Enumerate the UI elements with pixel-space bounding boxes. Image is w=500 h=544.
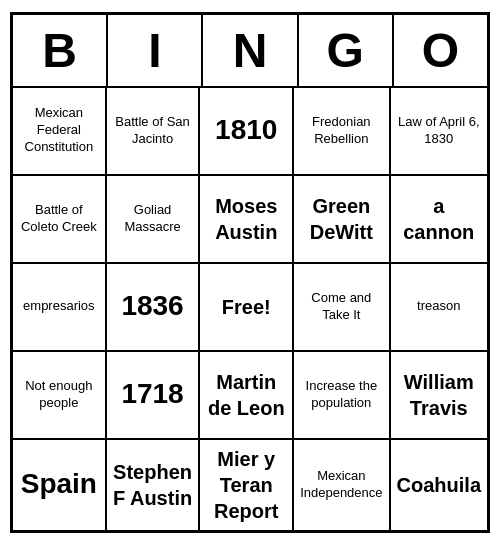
bingo-cell-4: Law of April 6, 1830 <box>390 87 488 175</box>
bingo-cell-16: 1718 <box>106 351 200 439</box>
header-letter-b: B <box>12 14 107 87</box>
bingo-cell-23: Mexican Independence <box>293 439 389 531</box>
bingo-card: BINGO Mexican Federal ConstitutionBattle… <box>10 12 490 533</box>
header-letter-i: I <box>107 14 202 87</box>
bingo-cell-10: empresarios <box>12 263 106 351</box>
bingo-cell-12: Free! <box>199 263 293 351</box>
bingo-cell-2: 1810 <box>199 87 293 175</box>
header-letter-n: N <box>202 14 297 87</box>
bingo-cell-11: 1836 <box>106 263 200 351</box>
bingo-cell-6: Goliad Massacre <box>106 175 200 263</box>
bingo-cell-1: Battle of San Jacinto <box>106 87 200 175</box>
bingo-cell-21: Stephen F Austin <box>106 439 200 531</box>
bingo-cell-7: Moses Austin <box>199 175 293 263</box>
bingo-cell-17: Martin de Leon <box>199 351 293 439</box>
bingo-cell-22: Mier y Teran Report <box>199 439 293 531</box>
bingo-cell-13: Come and Take It <box>293 263 389 351</box>
bingo-cell-8: Green DeWitt <box>293 175 389 263</box>
bingo-cell-9: a cannon <box>390 175 488 263</box>
bingo-cell-14: treason <box>390 263 488 351</box>
bingo-cell-19: William Travis <box>390 351 488 439</box>
bingo-header: BINGO <box>12 14 488 87</box>
bingo-grid: Mexican Federal ConstitutionBattle of Sa… <box>12 87 488 531</box>
header-letter-o: O <box>393 14 488 87</box>
bingo-cell-0: Mexican Federal Constitution <box>12 87 106 175</box>
header-letter-g: G <box>298 14 393 87</box>
bingo-cell-18: Increase the population <box>293 351 389 439</box>
bingo-cell-20: Spain <box>12 439 106 531</box>
bingo-cell-15: Not enough people <box>12 351 106 439</box>
bingo-cell-5: Battle of Coleto Creek <box>12 175 106 263</box>
bingo-cell-24: Coahuila <box>390 439 488 531</box>
bingo-cell-3: Fredonian Rebellion <box>293 87 389 175</box>
